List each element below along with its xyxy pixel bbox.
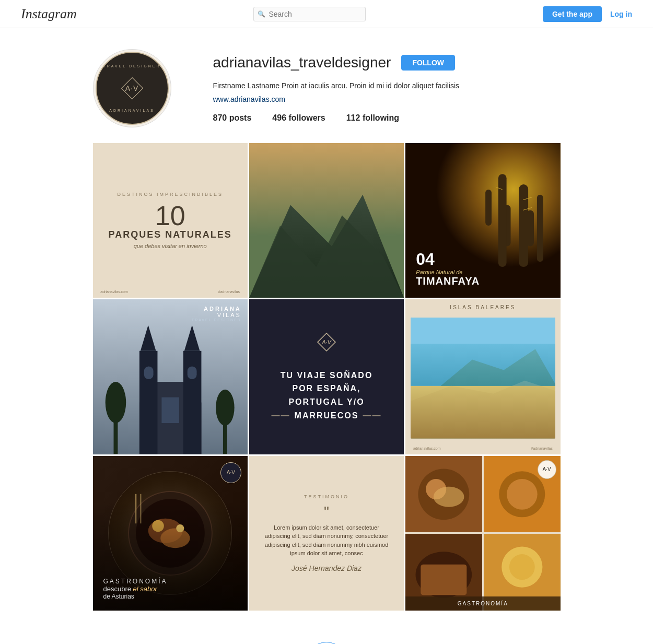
post8-signature: José Hernandez Diaz xyxy=(291,564,362,572)
profile-website[interactable]: www.adrianavilas.com xyxy=(213,95,286,103)
post8-label: TESTIMONIO xyxy=(304,494,349,499)
svg-point-26 xyxy=(105,382,126,423)
log-in-button[interactable]: Log in xyxy=(610,10,632,18)
stat-following: 112 following xyxy=(346,113,399,123)
post8-quote-mark: " xyxy=(324,505,329,519)
post-1[interactable]: DESTINOS IMPRESCINDIBLES 10 PARQUES NATU… xyxy=(93,143,248,298)
svg-point-56 xyxy=(509,554,535,580)
svg-rect-9 xyxy=(498,174,507,267)
post5-text: TU VIAJE SOÑADO POR ESPAÑA, PORTUGAL Y/O… xyxy=(272,369,382,422)
stat-posts: 870 posts xyxy=(213,113,252,123)
post1-footer-right: #adrianavilas xyxy=(218,290,240,294)
svg-rect-10 xyxy=(485,190,492,226)
av-logo: A∙V xyxy=(122,78,143,99)
post-4[interactable]: ADRIANA VILAS TRAVEL DESIGNER xyxy=(93,299,248,454)
post1-title: PARQUES NATURALES xyxy=(108,229,231,241)
svg-rect-19 xyxy=(183,351,201,454)
svg-rect-11 xyxy=(537,195,543,262)
followers-label: followers xyxy=(288,113,325,122)
post1-subtitle: DESTINOS IMPRESCINDIBLES xyxy=(117,192,223,197)
svg-point-50 xyxy=(507,479,538,510)
following-count: 112 xyxy=(346,113,360,122)
header-actions: Get the app Log in xyxy=(543,6,632,22)
post-6[interactable]: ISLAS BALEARES xyxy=(405,299,560,454)
posts-count: 870 xyxy=(213,113,227,122)
post8-text: Lorem ipsum dolor sit amet, consectetuer… xyxy=(262,523,391,558)
profile-info: adrianavilas_traveldesigner FOLLOW First… xyxy=(213,54,561,123)
post1-number: 10 xyxy=(155,202,185,229)
svg-rect-18 xyxy=(139,351,157,454)
svg-rect-53 xyxy=(421,565,467,595)
post1-desc: que debes visitar en invierno xyxy=(134,243,207,249)
post-3[interactable]: 04 Parque Natural de TIMANFAYA xyxy=(405,143,560,298)
profile-bio: Firstname Lastname Proin at iaculis arcu… xyxy=(213,80,561,91)
avatar: TRAVEL DESIGNER A∙V ADRIANAVILAS xyxy=(93,49,171,127)
search-icon: 🔍 xyxy=(258,10,265,18)
search-input[interactable] xyxy=(253,7,366,21)
follow-button[interactable]: FOLLOW xyxy=(401,55,455,71)
post-8[interactable]: TESTIMONIO " Lorem ipsum dolor sit amet,… xyxy=(249,456,404,611)
avatar-text-top: TRAVEL DESIGNER xyxy=(103,64,161,68)
svg-rect-22 xyxy=(144,367,153,380)
svg-text:A∙V: A∙V xyxy=(321,339,332,345)
post-5[interactable]: A∙V TU VIAJE SOÑADO POR ESPAÑA, PORTUGAL… xyxy=(249,299,404,454)
profile-stats: 870 posts 496 followers 112 following xyxy=(213,113,561,123)
svg-rect-8 xyxy=(527,210,534,246)
followers-count: 496 xyxy=(272,113,286,122)
post-2[interactable]: A∙V xyxy=(249,143,404,298)
post7-text: GASTRONOMÍA descubre el sabor de Asturia… xyxy=(103,578,168,600)
load-more-section: LOAD MORE xyxy=(0,642,653,644)
post5-logo: A∙V xyxy=(316,332,337,360)
post4-header: ADRIANA VILAS TRAVEL DESIGNER xyxy=(192,306,241,322)
svg-rect-23 xyxy=(187,367,196,380)
posts-grid-section: DESTINOS IMPRESCINDIBLES 10 PARQUES NATU… xyxy=(83,143,571,611)
post3-text: 04 Parque Natural de TIMANFAYA xyxy=(416,250,480,287)
avatar-text-bottom: ADRIANAVILAS xyxy=(109,109,154,112)
profile-section: TRAVEL DESIGNER A∙V ADRIANAVILAS adriana… xyxy=(83,49,571,127)
post6-header: ISLAS BALEARES xyxy=(405,305,560,310)
header: Instagram 🔍 Get the app Log in xyxy=(0,0,653,28)
post-9[interactable]: A∙V GASTRONOMÍA xyxy=(405,456,560,611)
svg-rect-35 xyxy=(411,344,555,386)
post9-cell-1 xyxy=(405,456,482,533)
profile-username: adrianavilas_traveldesigner xyxy=(213,54,391,71)
posts-label: posts xyxy=(229,113,252,122)
post6-footer: adrianavilas.com #adrianavilas xyxy=(413,447,553,450)
svg-point-47 xyxy=(434,486,464,507)
post1-footer-left: adrianavilas.com xyxy=(100,290,128,294)
stat-followers: 496 followers xyxy=(272,113,325,123)
post9-logo: A∙V xyxy=(538,460,556,479)
post9-label: GASTRONOMÍA xyxy=(405,596,560,611)
search-container: 🔍 xyxy=(253,7,366,21)
svg-point-28 xyxy=(216,390,235,426)
following-label: following xyxy=(363,113,399,122)
get-app-button[interactable]: Get the app xyxy=(543,6,602,22)
load-more-button[interactable]: LOAD MORE xyxy=(306,642,347,644)
instagram-logo: Instagram xyxy=(21,6,77,22)
svg-rect-24 xyxy=(161,397,179,423)
profile-name-row: adrianavilas_traveldesigner FOLLOW xyxy=(213,54,561,71)
post-7[interactable]: A∙V GASTRONOMÍA descubre el sabor de Ast… xyxy=(93,456,248,611)
posts-grid: DESTINOS IMPRESCINDIBLES 10 PARQUES NATU… xyxy=(93,143,561,611)
